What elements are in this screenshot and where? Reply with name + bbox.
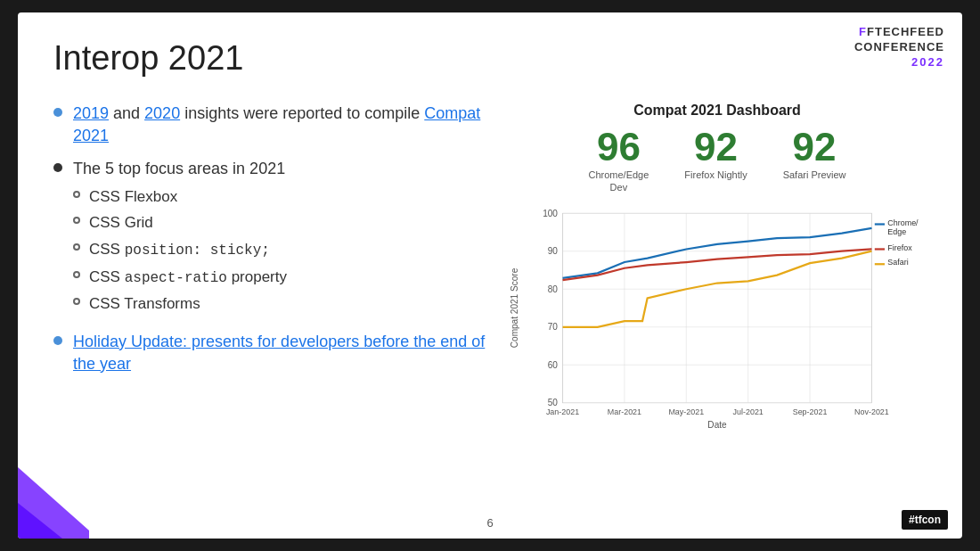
sub-list-item: CSS Flexbox (73, 186, 287, 208)
svg-text:May-2021: May-2021 (668, 407, 704, 416)
svg-text:90: 90 (548, 246, 559, 256)
svg-text:Chrome/: Chrome/ (887, 218, 919, 226)
logo: FFTECHFEED CONFERENCE 2022 (854, 25, 944, 70)
svg-rect-30 (875, 248, 885, 250)
list-item: The 5 top focus areas in 2021 CSS Flexbo… (53, 158, 490, 319)
score-label-firefox: Firefox Nightly (684, 169, 747, 181)
link-2019[interactable]: 2019 (73, 104, 109, 122)
svg-text:Sep-2021: Sep-2021 (793, 407, 828, 416)
link-compat2021[interactable]: Compat 2021 (73, 104, 480, 144)
svg-text:Date: Date (707, 419, 727, 429)
score-value-chrome: 96 (588, 127, 649, 167)
sub-list-item: CSS aspect-ratio property (73, 267, 287, 288)
bullet-dot-1 (53, 108, 62, 117)
svg-text:Jul-2021: Jul-2021 (733, 407, 764, 416)
sub-dot (73, 243, 80, 251)
sub-item-label: CSS position: sticky; (89, 239, 270, 260)
score-label-safari: Safari Preview (783, 169, 846, 181)
chart-container: 100 90 80 70 60 50 Jan-2021 Mar-2021 May… (508, 203, 927, 447)
sub-item-label: CSS Transforms (89, 293, 200, 315)
sub-item-label: CSS aspect-ratio property (89, 267, 287, 288)
sub-dot (73, 217, 80, 224)
svg-rect-0 (563, 213, 872, 403)
hashtag-badge: #tfcon (902, 510, 948, 530)
svg-text:Edge: Edge (887, 226, 906, 235)
sub-dot (73, 271, 80, 278)
bullet-text-2: The 5 top focus areas in 2021 CSS Flexbo… (73, 158, 287, 319)
left-panel: 2019 and 2020 insights were reported to … (53, 103, 490, 512)
sub-list-item: CSS position: sticky; (73, 239, 287, 260)
score-value-safari: 92 (783, 127, 846, 167)
logo-f: F (859, 25, 867, 38)
link-holiday-update[interactable]: Holiday Update: presents for developers … (73, 333, 485, 373)
main-content: 2019 and 2020 insights were reported to … (53, 103, 927, 512)
logo-year: 2022 (854, 55, 944, 70)
slide-title: Interop 2021 (53, 39, 927, 78)
link-2020[interactable]: 2020 (144, 104, 180, 122)
sub-dot (73, 191, 80, 198)
logo-line2: CONFERENCE (854, 40, 944, 55)
score-row: 96 Chrome/EdgeDev 92 Firefox Nightly 92 … (588, 127, 845, 194)
svg-text:100: 100 (543, 208, 558, 218)
score-label-chrome: Chrome/EdgeDev (588, 169, 649, 194)
sub-item-label: CSS Grid (89, 212, 153, 234)
svg-text:Mar-2021: Mar-2021 (608, 407, 641, 416)
slide-container: FFTECHFEED CONFERENCE 2022 Interop 2021 … (18, 12, 962, 539)
page-number: 6 (486, 516, 493, 530)
logo-line1: FFTECHFEED (854, 25, 944, 40)
bullet-text-1: 2019 and 2020 insights were reported to … (73, 103, 490, 147)
bullet-text-3: Holiday Update: presents for developers … (73, 331, 490, 375)
svg-text:Firefox: Firefox (887, 243, 912, 251)
sub-list-item: CSS Transforms (73, 293, 287, 315)
right-panel: Compat 2021 Dashboard 96 Chrome/EdgeDev … (490, 103, 927, 512)
svg-text:Safari: Safari (887, 258, 908, 267)
svg-text:50: 50 (548, 398, 559, 407)
list-item: Holiday Update: presents for developers … (53, 331, 490, 375)
svg-rect-32 (875, 263, 885, 265)
triangle-decoration (18, 467, 89, 539)
dashboard-title: Compat 2021 Dashboard (633, 103, 801, 119)
sub-list-item: CSS Grid (73, 212, 287, 234)
bullet-list: 2019 and 2020 insights were reported to … (53, 103, 490, 375)
score-value-firefox: 92 (684, 127, 747, 167)
svg-text:70: 70 (548, 322, 559, 332)
svg-text:Jan-2021: Jan-2021 (546, 407, 579, 416)
bullet-dot-2 (53, 163, 62, 172)
svg-text:60: 60 (548, 359, 559, 369)
sub-list: CSS Flexbox CSS Grid CSS position: stick… (73, 186, 287, 315)
svg-text:80: 80 (548, 284, 559, 293)
sub-dot (73, 298, 80, 305)
score-item-safari: 92 Safari Preview (783, 127, 846, 194)
bullet-dot-3 (53, 336, 62, 345)
score-item-firefox: 92 Firefox Nightly (684, 127, 747, 194)
svg-text:Nov-2021: Nov-2021 (854, 407, 889, 416)
list-item: 2019 and 2020 insights were reported to … (53, 103, 490, 147)
sub-item-label: CSS Flexbox (89, 186, 177, 208)
svg-text:Compat 2021 Score: Compat 2021 Score (510, 267, 519, 348)
svg-rect-27 (875, 223, 885, 225)
score-item-chrome: 96 Chrome/EdgeDev (588, 127, 649, 194)
chart-svg: 100 90 80 70 60 50 Jan-2021 Mar-2021 May… (508, 203, 927, 443)
